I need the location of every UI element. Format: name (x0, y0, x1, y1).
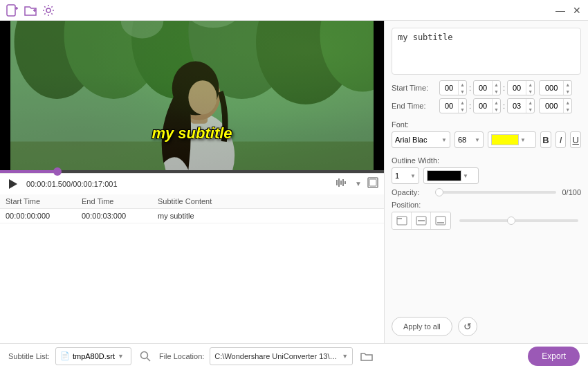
opacity-value: 0/100 (562, 188, 581, 196)
bold-button[interactable]: B (540, 131, 551, 148)
end-ss-field[interactable]: ▲ ▼ (507, 98, 535, 113)
end-ms-spinners: ▲ ▼ (563, 99, 571, 113)
end-hh-input[interactable] (440, 99, 458, 113)
start-ss-input[interactable] (508, 81, 526, 95)
italic-button[interactable]: I (555, 131, 567, 148)
start-hh-down[interactable]: ▼ (458, 88, 466, 95)
end-ss-down[interactable]: ▼ (526, 106, 534, 113)
end-ms-input[interactable] (540, 99, 563, 113)
font-color-picker[interactable]: ▼ (488, 131, 536, 148)
file-path-chevron: ▼ (342, 353, 348, 360)
start-mm-field[interactable]: ▲ ▼ (473, 80, 501, 95)
svg-point-36 (140, 351, 147, 358)
subtitle-text-overlay: my subtitle (151, 125, 232, 142)
end-ms-field[interactable]: ▲ ▼ (539, 98, 572, 113)
waveform-icon[interactable] (334, 177, 349, 190)
font-name-value: Arial Blac (395, 136, 427, 144)
end-ss-up[interactable]: ▲ (526, 99, 534, 106)
start-mm-input[interactable] (474, 81, 492, 95)
position-row (392, 212, 581, 230)
end-hh-field[interactable]: ▲ ▼ (439, 98, 467, 113)
window-controls: — ✕ (555, 5, 582, 16)
position-bottom-btn[interactable] (431, 212, 450, 229)
end-ss-spinners: ▲ ▼ (526, 99, 534, 113)
svg-line-37 (147, 358, 150, 361)
outline-section-label: Outline Width: (392, 156, 581, 165)
start-ms-down[interactable]: ▼ (563, 88, 571, 95)
end-mm-input[interactable] (474, 99, 492, 113)
refresh-button[interactable]: ↺ (458, 317, 477, 336)
add-file-icon[interactable] (6, 3, 19, 17)
folder-button[interactable] (358, 348, 375, 365)
table-row[interactable]: 00:00:00:000 00:00:03:000 my subtitle (0, 209, 384, 223)
end-mm-down[interactable]: ▼ (492, 106, 500, 113)
start-mm-up[interactable]: ▲ (492, 81, 500, 88)
row-content: my subtitle (158, 212, 378, 220)
position-btn-group (392, 212, 451, 230)
close-button[interactable]: ✕ (571, 5, 582, 16)
search-button[interactable] (137, 348, 154, 365)
position-slider[interactable] (459, 219, 578, 222)
opacity-slider[interactable] (435, 191, 556, 194)
end-hh-down[interactable]: ▼ (458, 106, 466, 113)
video-black-bar-left (0, 21, 10, 170)
end-time-group: ▲ ▼ : ▲ ▼ : ▲ ▼ (439, 98, 572, 113)
video-area: my subtitle (0, 21, 384, 170)
start-ms-up[interactable]: ▲ (563, 81, 571, 88)
end-ms-down[interactable]: ▼ (563, 106, 571, 113)
file-path-select[interactable]: C:\Wondershare UniConverter 13\SubEd ▼ (210, 347, 353, 365)
outline-color-picker[interactable]: ▼ (423, 167, 479, 184)
position-center-btn[interactable] (412, 212, 431, 229)
font-size-select[interactable]: 68 ▼ (454, 131, 484, 148)
fullscreen-icon[interactable] (367, 177, 378, 190)
subtitle-list-select[interactable]: 📄 tmpA80D.srt ▼ (55, 347, 131, 365)
end-mm-up[interactable]: ▲ (492, 99, 500, 106)
font-size-chevron: ▼ (475, 137, 480, 143)
start-hh-input[interactable] (440, 81, 458, 95)
position-slider-thumb[interactable] (507, 217, 515, 225)
title-bar-icons (6, 3, 55, 17)
font-name-select[interactable]: Arial Blac ▼ (392, 131, 450, 148)
start-ss-down[interactable]: ▼ (526, 88, 534, 95)
add-folder-icon[interactable] (24, 3, 37, 17)
font-size-value: 68 (458, 136, 466, 144)
position-top-left-btn[interactable] (392, 212, 412, 229)
start-hh-up[interactable]: ▲ (458, 81, 466, 88)
outline-width-select[interactable]: 1 ▼ (392, 167, 419, 184)
opacity-label: Opacity: (392, 188, 430, 196)
start-ss-up[interactable]: ▲ (526, 81, 534, 88)
svg-rect-0 (7, 5, 15, 16)
timeline-bar[interactable] (0, 170, 384, 173)
underline-button[interactable]: U (570, 131, 581, 148)
start-time-row: Start Time: ▲ ▼ : ▲ ▼ : (392, 80, 581, 95)
player-right-controls: ▼ (334, 177, 378, 190)
row-end-time: 00:00:03:000 (82, 212, 158, 220)
main-content: my subtitle 00:00:01.500/00:00:17:001 (0, 21, 588, 343)
apply-to-all-button[interactable]: Apply to all (392, 317, 452, 336)
dropdown-icon[interactable]: ▼ (355, 180, 362, 187)
settings-icon[interactable] (42, 3, 55, 17)
end-mm-field[interactable]: ▲ ▼ (473, 98, 501, 113)
outline-color-chevron: ▼ (463, 173, 468, 179)
opacity-thumb[interactable] (435, 188, 443, 196)
minimize-button[interactable]: — (555, 5, 566, 16)
end-hh-up[interactable]: ▲ (458, 99, 466, 106)
outline-color-swatch (427, 170, 461, 181)
export-button[interactable]: Export (528, 347, 580, 366)
timeline-progress (0, 170, 57, 173)
position-section: Position: (392, 201, 581, 209)
start-mm-down[interactable]: ▼ (492, 88, 500, 95)
subtitle-list-chevron: ▼ (118, 353, 124, 360)
opacity-row: Opacity: 0/100 (392, 188, 581, 196)
play-button[interactable] (6, 176, 21, 192)
start-ms-field[interactable]: ▲ ▼ (539, 80, 572, 95)
start-ms-input[interactable] (540, 81, 563, 95)
font-section-label: Font: (392, 120, 581, 129)
start-hh-field[interactable]: ▲ ▼ (439, 80, 467, 95)
end-ms-up[interactable]: ▲ (563, 99, 571, 106)
start-ss-field[interactable]: ▲ ▼ (507, 80, 535, 95)
left-panel: my subtitle 00:00:01.500/00:00:17:001 (0, 21, 384, 343)
subtitle-text-input[interactable]: my subtitle (392, 28, 581, 75)
title-bar: — ✕ (0, 0, 588, 21)
end-ss-input[interactable] (508, 99, 526, 113)
